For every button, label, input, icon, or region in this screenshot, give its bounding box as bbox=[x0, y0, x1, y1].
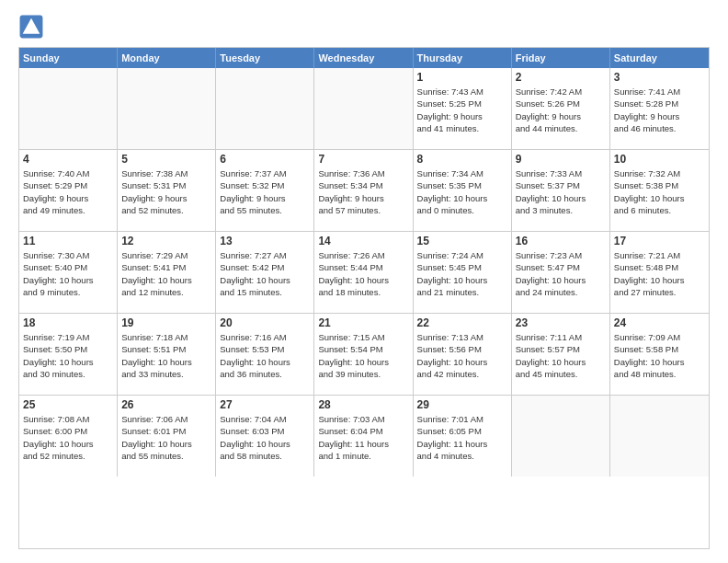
calendar-cell: 29Sunrise: 7:01 AM Sunset: 6:05 PM Dayli… bbox=[414, 396, 512, 477]
day-info: Sunrise: 7:03 AM Sunset: 6:04 PM Dayligh… bbox=[318, 413, 408, 462]
calendar-cell: 17Sunrise: 7:21 AM Sunset: 5:48 PM Dayli… bbox=[610, 232, 709, 313]
calendar-cell bbox=[610, 396, 709, 477]
calendar-row: 1Sunrise: 7:43 AM Sunset: 5:25 PM Daylig… bbox=[19, 68, 709, 150]
calendar-cell bbox=[314, 68, 413, 149]
calendar-cell: 12Sunrise: 7:29 AM Sunset: 5:41 PM Dayli… bbox=[118, 232, 216, 313]
weekday-header: Sunday bbox=[19, 48, 118, 68]
day-info: Sunrise: 7:29 AM Sunset: 5:41 PM Dayligh… bbox=[121, 249, 211, 298]
day-number: 13 bbox=[220, 235, 310, 247]
day-number: 18 bbox=[23, 316, 113, 329]
day-info: Sunrise: 7:37 AM Sunset: 5:32 PM Dayligh… bbox=[220, 167, 310, 216]
day-info: Sunrise: 7:43 AM Sunset: 5:25 PM Dayligh… bbox=[417, 86, 507, 134]
day-number: 28 bbox=[318, 398, 408, 411]
calendar: SundayMondayTuesdayWednesdayThursdayFrid… bbox=[18, 47, 710, 549]
weekday-header: Monday bbox=[118, 48, 216, 68]
day-number: 16 bbox=[516, 235, 606, 247]
day-number: 8 bbox=[417, 153, 507, 166]
day-number: 7 bbox=[318, 153, 408, 166]
day-info: Sunrise: 7:01 AM Sunset: 6:05 PM Dayligh… bbox=[417, 413, 507, 462]
day-number: 27 bbox=[220, 398, 310, 411]
day-number: 9 bbox=[516, 153, 606, 166]
calendar-cell: 6Sunrise: 7:37 AM Sunset: 5:32 PM Daylig… bbox=[216, 150, 314, 231]
calendar-cell: 2Sunrise: 7:42 AM Sunset: 5:26 PM Daylig… bbox=[512, 68, 610, 149]
day-info: Sunrise: 7:19 AM Sunset: 5:50 PM Dayligh… bbox=[23, 331, 113, 380]
day-info: Sunrise: 7:38 AM Sunset: 5:31 PM Dayligh… bbox=[121, 167, 211, 216]
calendar-cell: 14Sunrise: 7:26 AM Sunset: 5:44 PM Dayli… bbox=[314, 232, 413, 313]
calendar-cell: 26Sunrise: 7:06 AM Sunset: 6:01 PM Dayli… bbox=[118, 396, 216, 477]
day-number: 4 bbox=[23, 153, 113, 166]
day-info: Sunrise: 7:32 AM Sunset: 5:38 PM Dayligh… bbox=[614, 167, 705, 216]
day-info: Sunrise: 7:24 AM Sunset: 5:45 PM Dayligh… bbox=[417, 249, 507, 298]
day-number: 24 bbox=[614, 316, 705, 329]
calendar-row: 4Sunrise: 7:40 AM Sunset: 5:29 PM Daylig… bbox=[19, 150, 709, 232]
calendar-cell: 27Sunrise: 7:04 AM Sunset: 6:03 PM Dayli… bbox=[216, 396, 314, 477]
day-info: Sunrise: 7:15 AM Sunset: 5:54 PM Dayligh… bbox=[318, 331, 408, 380]
day-info: Sunrise: 7:40 AM Sunset: 5:29 PM Dayligh… bbox=[23, 167, 113, 216]
calendar-cell: 19Sunrise: 7:18 AM Sunset: 5:51 PM Dayli… bbox=[118, 314, 216, 395]
day-number: 2 bbox=[516, 71, 606, 84]
day-number: 20 bbox=[220, 316, 310, 329]
day-info: Sunrise: 7:18 AM Sunset: 5:51 PM Dayligh… bbox=[121, 331, 211, 380]
page: SundayMondayTuesdayWednesdayThursdayFrid… bbox=[0, 0, 728, 563]
calendar-cell: 4Sunrise: 7:40 AM Sunset: 5:29 PM Daylig… bbox=[19, 150, 118, 231]
day-number: 10 bbox=[614, 153, 705, 166]
day-number: 26 bbox=[121, 398, 211, 411]
calendar-cell: 1Sunrise: 7:43 AM Sunset: 5:25 PM Daylig… bbox=[414, 68, 512, 149]
day-info: Sunrise: 7:34 AM Sunset: 5:35 PM Dayligh… bbox=[417, 167, 507, 216]
day-info: Sunrise: 7:30 AM Sunset: 5:40 PM Dayligh… bbox=[23, 249, 113, 298]
day-number: 23 bbox=[516, 316, 606, 329]
day-number: 21 bbox=[318, 316, 408, 329]
day-info: Sunrise: 7:13 AM Sunset: 5:56 PM Dayligh… bbox=[417, 331, 507, 380]
day-info: Sunrise: 7:11 AM Sunset: 5:57 PM Dayligh… bbox=[516, 331, 606, 380]
calendar-cell: 16Sunrise: 7:23 AM Sunset: 5:47 PM Dayli… bbox=[512, 232, 610, 313]
calendar-cell: 28Sunrise: 7:03 AM Sunset: 6:04 PM Dayli… bbox=[314, 396, 413, 477]
day-number: 14 bbox=[318, 235, 408, 247]
calendar-cell: 25Sunrise: 7:08 AM Sunset: 6:00 PM Dayli… bbox=[19, 396, 118, 477]
day-number: 11 bbox=[23, 235, 113, 247]
calendar-cell bbox=[19, 68, 118, 149]
day-info: Sunrise: 7:36 AM Sunset: 5:34 PM Dayligh… bbox=[318, 167, 408, 216]
weekday-header: Saturday bbox=[610, 48, 709, 68]
calendar-cell: 8Sunrise: 7:34 AM Sunset: 5:35 PM Daylig… bbox=[414, 150, 512, 231]
day-info: Sunrise: 7:23 AM Sunset: 5:47 PM Dayligh… bbox=[516, 249, 606, 298]
day-number: 19 bbox=[121, 316, 211, 329]
calendar-cell: 20Sunrise: 7:16 AM Sunset: 5:53 PM Dayli… bbox=[216, 314, 314, 395]
calendar-row: 11Sunrise: 7:30 AM Sunset: 5:40 PM Dayli… bbox=[19, 232, 709, 314]
calendar-cell: 24Sunrise: 7:09 AM Sunset: 5:58 PM Dayli… bbox=[610, 314, 709, 395]
calendar-row: 18Sunrise: 7:19 AM Sunset: 5:50 PM Dayli… bbox=[19, 314, 709, 396]
weekday-header: Wednesday bbox=[314, 48, 413, 68]
day-number: 5 bbox=[121, 153, 211, 166]
weekday-header: Thursday bbox=[414, 48, 512, 68]
day-info: Sunrise: 7:06 AM Sunset: 6:01 PM Dayligh… bbox=[121, 413, 211, 462]
calendar-cell: 18Sunrise: 7:19 AM Sunset: 5:50 PM Dayli… bbox=[19, 314, 118, 395]
calendar-cell: 7Sunrise: 7:36 AM Sunset: 5:34 PM Daylig… bbox=[314, 150, 413, 231]
day-info: Sunrise: 7:42 AM Sunset: 5:26 PM Dayligh… bbox=[516, 86, 606, 134]
day-info: Sunrise: 7:09 AM Sunset: 5:58 PM Dayligh… bbox=[614, 331, 705, 380]
calendar-body: 1Sunrise: 7:43 AM Sunset: 5:25 PM Daylig… bbox=[19, 68, 709, 477]
logo bbox=[18, 14, 48, 40]
weekday-header: Friday bbox=[512, 48, 610, 68]
day-number: 12 bbox=[121, 235, 211, 247]
day-number: 15 bbox=[417, 235, 507, 247]
calendar-cell: 5Sunrise: 7:38 AM Sunset: 5:31 PM Daylig… bbox=[118, 150, 216, 231]
weekday-header: Tuesday bbox=[216, 48, 314, 68]
calendar-cell: 9Sunrise: 7:33 AM Sunset: 5:37 PM Daylig… bbox=[512, 150, 610, 231]
calendar-header: SundayMondayTuesdayWednesdayThursdayFrid… bbox=[19, 48, 709, 68]
calendar-cell: 13Sunrise: 7:27 AM Sunset: 5:42 PM Dayli… bbox=[216, 232, 314, 313]
header bbox=[18, 14, 710, 40]
calendar-cell: 15Sunrise: 7:24 AM Sunset: 5:45 PM Dayli… bbox=[414, 232, 512, 313]
day-number: 25 bbox=[23, 398, 113, 411]
day-info: Sunrise: 7:33 AM Sunset: 5:37 PM Dayligh… bbox=[516, 167, 606, 216]
day-info: Sunrise: 7:08 AM Sunset: 6:00 PM Dayligh… bbox=[23, 413, 113, 462]
calendar-cell bbox=[512, 396, 610, 477]
calendar-cell: 11Sunrise: 7:30 AM Sunset: 5:40 PM Dayli… bbox=[19, 232, 118, 313]
day-number: 1 bbox=[417, 71, 507, 84]
calendar-cell: 21Sunrise: 7:15 AM Sunset: 5:54 PM Dayli… bbox=[314, 314, 413, 395]
day-info: Sunrise: 7:21 AM Sunset: 5:48 PM Dayligh… bbox=[614, 249, 705, 298]
calendar-cell: 22Sunrise: 7:13 AM Sunset: 5:56 PM Dayli… bbox=[414, 314, 512, 395]
logo-icon bbox=[18, 14, 44, 40]
day-number: 3 bbox=[614, 71, 705, 84]
day-info: Sunrise: 7:26 AM Sunset: 5:44 PM Dayligh… bbox=[318, 249, 408, 298]
day-number: 17 bbox=[614, 235, 705, 247]
calendar-cell bbox=[118, 68, 216, 149]
